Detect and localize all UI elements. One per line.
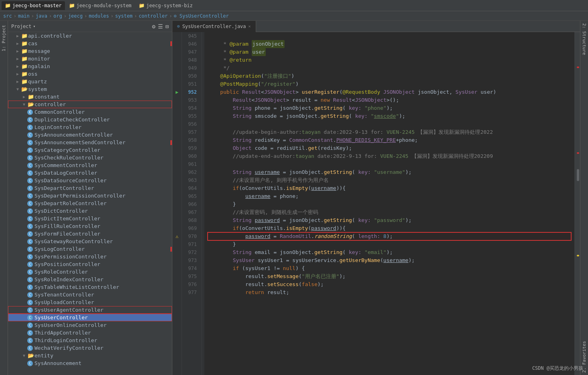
tree-item-SysDepartController[interactable]: C SysDepartController <box>8 184 172 192</box>
side-project-label: 1: Project <box>0 22 7 54</box>
tree-item-LoginController[interactable]: C LoginController <box>8 123 172 131</box>
code-line-968: String password = jsonObject.getString( … <box>208 216 571 224</box>
code-line-977: return result; <box>208 288 571 296</box>
red-indicator <box>170 41 172 46</box>
tree-item-SysUserController[interactable]: C SysUserController <box>8 314 172 321</box>
tree-item-SysGatewayRouteController[interactable]: C SysGatewayRouteController <box>8 238 172 245</box>
tree-item-SysCommentController[interactable]: C SysCommentController <box>8 161 172 169</box>
tree-item-SysDictController[interactable]: C SysDictController <box>8 207 172 215</box>
code-line-964: if(oConvertUtils.isEmpty(username)){ <box>208 184 571 192</box>
scroll-thumb[interactable] <box>577 169 579 181</box>
tree-item-controller[interactable]: ▼ 📂 controller <box>8 101 172 108</box>
editor-tab-SysUserController[interactable]: ⊙ SysUserController.java ✕ <box>172 21 256 32</box>
tree-item-ngalain[interactable]: ▶ 📁 ngalain <box>8 62 172 70</box>
breadcrumb-system: system <box>115 13 132 19</box>
structure-label: 2: Structure <box>581 21 588 57</box>
code-editor: ⊙ SysUserController.java ✕ <box>172 21 580 375</box>
folder-icon: 📁 <box>27 94 34 100</box>
tree-item-SysLogController[interactable]: C SysLogController <box>8 245 172 253</box>
tree-item-cas[interactable]: ▶ 📁 cas <box>8 40 172 47</box>
chevron-down-icon: ▾ <box>33 24 36 28</box>
code-line-961 <box>208 160 571 168</box>
editor-tab-label: SysUserController.java <box>182 24 246 29</box>
code-line-976: result.setSuccess(false); <box>208 280 571 288</box>
tree-item-monitor[interactable]: ▶ 📁 monitor <box>8 55 172 62</box>
tree-item-entity[interactable]: ▼ 📂 entity <box>8 352 172 359</box>
code-lines: * @param jsonObject * @param user * @ret… <box>204 32 574 375</box>
folder-icon: 📁 <box>21 40 28 46</box>
tree-item-oss[interactable]: ▶ 📁 oss <box>8 70 172 78</box>
tree-item-SysAnnouncementSendController[interactable]: C SysAnnouncementSendController <box>8 139 172 146</box>
tree-item-SysAnnouncement[interactable]: C SysAnnouncement <box>8 359 172 367</box>
gutter: ▶ <box>172 32 204 375</box>
tab-jeecg-boot-master[interactable]: 📁 jeecg-boot-master <box>2 1 65 10</box>
code-line-970: password = RandomUtil.randomString( leng… <box>208 232 571 240</box>
tree-item-CommonController[interactable]: C CommonController <box>8 108 172 116</box>
view-icon[interactable]: ☰ <box>158 23 163 30</box>
right-scrollbar[interactable] <box>574 32 580 375</box>
warning-icon-gutter: ⚠ <box>172 232 182 240</box>
tree-item-WechatVerifyController[interactable]: C WechatVerifyController <box>8 344 172 352</box>
breadcrumb-controller: controller <box>139 13 168 19</box>
tree-item-quartz[interactable]: ▶ 📁 quartz <box>8 78 172 85</box>
code-line-960: //update-end-author:taoyan date:2022-9-1… <box>208 152 571 160</box>
run-icon-gutter: ▶ <box>172 88 182 96</box>
code-line-947: * @param user <box>208 48 571 56</box>
tree-item-SysRoleController[interactable]: C SysRoleController <box>8 268 172 276</box>
code-line-971: } <box>208 240 571 248</box>
folder-icon: 📁 <box>21 48 28 54</box>
code-line-955: String smscode = jsonObject.getString( k… <box>208 112 571 120</box>
tree-item-SysUploadController[interactable]: C SysUploadController <box>8 298 172 306</box>
main-layout: 1: Project Project ▾ ⚙ ☰ ⊟ ▶ 📁 api.contr… <box>0 21 588 375</box>
settings-icon[interactable]: ⚙ <box>152 23 155 30</box>
tree-item-ThirdLoginController[interactable]: C ThirdLoginController <box>8 337 172 344</box>
breadcrumb-file: ⊙ SysUserController <box>174 13 228 19</box>
tree-item-constant[interactable]: ▶ 📁 constant <box>8 93 172 101</box>
code-line-967: //未设置密码, 则随机生成一个密码 <box>208 208 571 216</box>
sidebar-header: Project ▾ ⚙ ☰ ⊟ <box>8 21 172 32</box>
code-line-948: * @return <box>208 56 571 64</box>
breadcrumb: src › main › java › org › jeecg › module… <box>0 11 588 21</box>
tree-item-SysDataSourceController[interactable]: C SysDataSourceController <box>8 177 172 184</box>
tree-item-SysUserAgentController[interactable]: C SysUserAgentController <box>8 306 172 314</box>
line-numbers: 945 946 947 948 949 950 951 952 953 954 … <box>182 32 202 375</box>
tree-item-message[interactable]: ▶ 📁 message <box>8 47 172 55</box>
tree-item-SysCategoryController[interactable]: C SysCategoryController <box>8 146 172 154</box>
code-line-951: @PostMapping("/register") <box>208 80 571 88</box>
tree-item-ThirdAppController[interactable]: C ThirdAppController <box>8 329 172 337</box>
tree-item-SysPositionController[interactable]: C SysPositionController <box>8 260 172 268</box>
code-line-975: result.setMessage("用户名已注册"); <box>208 272 571 280</box>
tree-item-SysCheckRuleController[interactable]: C SysCheckRuleController <box>8 154 172 161</box>
tab-jeecg-module-system[interactable]: 📁 jeecg-module-system <box>66 1 135 10</box>
tree-item-SysDictItemController[interactable]: C SysDictItemController <box>8 215 172 222</box>
tree-item-SysPermissionController[interactable]: C SysPermissionController <box>8 253 172 260</box>
code-line-972: String email = jsonObject.getString( key… <box>208 248 571 256</box>
code-line-962: String username = jsonObject.getString( … <box>208 168 571 176</box>
tree-item-SysRoleIndexController[interactable]: C SysRoleIndexController <box>8 276 172 283</box>
tab-jeecg-system-biz[interactable]: 📁 jeecg-system-biz <box>135 1 196 10</box>
tree-item-SysAnnouncementController[interactable]: C SysAnnouncementController <box>8 131 172 139</box>
code-line-974: if (sysUser1 != null) { <box>208 264 571 272</box>
tree-item-api-controller[interactable]: ▶ 📁 api.controller <box>8 32 172 40</box>
tree-item-SysDataLogController[interactable]: C SysDataLogController <box>8 169 172 177</box>
tree-item-SysDepartPermissionController[interactable]: C SysDepartPermissionController <box>8 192 172 200</box>
code-line-965: username = phone; <box>208 192 571 200</box>
tree-item-system[interactable]: ▼ 📂 system <box>8 85 172 93</box>
minimize-icon[interactable]: ⊟ <box>166 23 169 30</box>
folder-icon-3: 📁 <box>139 3 145 8</box>
tree-item-DuplicateCheckController[interactable]: C DuplicateCheckController <box>8 116 172 123</box>
code-line-950: @ApiOperation("注册接口") <box>208 72 571 80</box>
tree-item-SysFillRuleController[interactable]: C SysFillRuleController <box>8 222 172 230</box>
tree-item-SysUserOnlineController[interactable]: C SysUserOnlineController <box>8 321 172 329</box>
top-tab-bar: 📁 jeecg-boot-master 📁 jeecg-module-syste… <box>0 0 588 11</box>
tree-item-SysTableWhiteListController[interactable]: C SysTableWhiteListController <box>8 283 172 291</box>
code-line-963: //未设置用户名, 则用手机号作为用户名 <box>208 176 571 184</box>
tree-item-SysDepartRoleController[interactable]: C SysDepartRoleController <box>8 200 172 207</box>
tree-item-SysFormFileController[interactable]: C SysFormFileController <box>8 230 172 238</box>
code-content[interactable]: ▶ <box>172 32 580 375</box>
folder-icon: 📁 <box>21 63 28 69</box>
tree-arrow: ▶ <box>14 72 21 76</box>
watermark: CSDN @买恐龙的小男孩 <box>532 365 583 372</box>
close-tab-button[interactable]: ✕ <box>249 24 251 28</box>
tree-item-SysTenantController[interactable]: C SysTenantController <box>8 291 172 298</box>
